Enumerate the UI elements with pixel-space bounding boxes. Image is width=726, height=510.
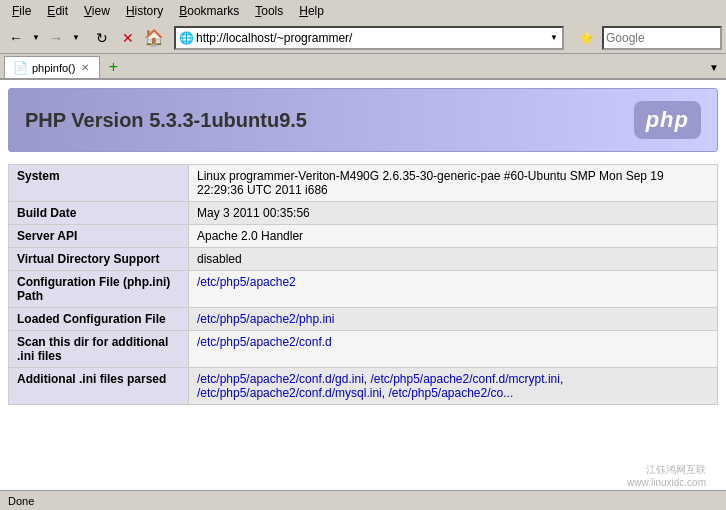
- php-logo: php: [634, 101, 701, 139]
- star-button[interactable]: ⭐: [572, 26, 600, 50]
- row-key: Server API: [9, 225, 189, 248]
- active-tab[interactable]: 📄 phpinfo() ✕: [4, 56, 100, 78]
- php-logo-text: php: [646, 107, 689, 133]
- menu-tools[interactable]: Tools: [247, 2, 291, 20]
- row-value: /etc/php5/apache2/conf.d: [189, 331, 718, 368]
- table-row: Additional .ini files parsed/etc/php5/ap…: [9, 368, 718, 405]
- menu-edit[interactable]: Edit: [39, 2, 76, 20]
- table-row: Scan this dir for additional .ini files/…: [9, 331, 718, 368]
- menubar: File Edit View History Bookmarks Tools H…: [0, 0, 726, 22]
- menu-help[interactable]: Help: [291, 2, 332, 20]
- menu-file[interactable]: File: [4, 2, 39, 20]
- row-key: Virtual Directory Support: [9, 248, 189, 271]
- row-key: Scan this dir for additional .ini files: [9, 331, 189, 368]
- tab-close-button[interactable]: ✕: [79, 62, 91, 73]
- row-value: May 3 2011 00:35:56: [189, 202, 718, 225]
- watermark: 江钰鸿网互联 www.linuxidc.com: [627, 463, 706, 488]
- php-version-text: PHP Version 5.3.3-1ubuntu9.5: [25, 109, 307, 132]
- address-icon: 🌐: [178, 30, 194, 46]
- forward-dropdown[interactable]: ▼: [70, 26, 82, 50]
- forward-button[interactable]: →: [44, 26, 68, 50]
- row-key: Build Date: [9, 202, 189, 225]
- address-dropdown[interactable]: ▼: [548, 33, 560, 42]
- table-row: SystemLinux programmer-Veriton-M490G 2.6…: [9, 165, 718, 202]
- watermark-line1: 江钰鸿网互联: [627, 463, 706, 477]
- table-row: Build DateMay 3 2011 00:35:56: [9, 202, 718, 225]
- phpinfo-table: SystemLinux programmer-Veriton-M490G 2.6…: [8, 164, 718, 405]
- google-search-box[interactable]: 🔍: [602, 26, 722, 50]
- table-row: Virtual Directory Supportdisabled: [9, 248, 718, 271]
- address-input[interactable]: [196, 31, 548, 45]
- menu-view[interactable]: View: [76, 2, 118, 20]
- address-bar[interactable]: 🌐 ▼: [174, 26, 564, 50]
- row-key: Configuration File (php.ini) Path: [9, 271, 189, 308]
- row-value: disabled: [189, 248, 718, 271]
- new-tab-button[interactable]: +: [102, 56, 124, 78]
- watermark-line2: www.linuxidc.com: [627, 477, 706, 488]
- row-value: Linux programmer-Veriton-M490G 2.6.35-30…: [189, 165, 718, 202]
- status-text: Done: [8, 495, 718, 507]
- menu-history[interactable]: History: [118, 2, 171, 20]
- statusbar: Done: [0, 490, 726, 510]
- back-dropdown[interactable]: ▼: [30, 26, 42, 50]
- tab-label: phpinfo(): [32, 62, 75, 74]
- row-value: /etc/php5/apache2/php.ini: [189, 308, 718, 331]
- google-input[interactable]: [606, 31, 726, 45]
- stop-button[interactable]: ✕: [116, 26, 140, 50]
- menu-bookmarks[interactable]: Bookmarks: [171, 2, 247, 20]
- php-header: PHP Version 5.3.3-1ubuntu9.5 php: [8, 88, 718, 152]
- reload-button[interactable]: ↻: [90, 26, 114, 50]
- back-button[interactable]: ←: [4, 26, 28, 50]
- table-row: Loaded Configuration File/etc/php5/apach…: [9, 308, 718, 331]
- phpinfo-wrapper: PHP Version 5.3.3-1ubuntu9.5 php SystemL…: [0, 80, 726, 413]
- row-value: Apache 2.0 Handler: [189, 225, 718, 248]
- table-row: Server APIApache 2.0 Handler: [9, 225, 718, 248]
- row-key: Loaded Configuration File: [9, 308, 189, 331]
- row-key: System: [9, 165, 189, 202]
- toolbar: ← ▼ → ▼ ↻ ✕ 🏠 🌐 ▼ ⭐ 🔍: [0, 22, 726, 54]
- row-key: Additional .ini files parsed: [9, 368, 189, 405]
- content-area[interactable]: PHP Version 5.3.3-1ubuntu9.5 php SystemL…: [0, 80, 726, 490]
- tab-icon: 📄: [13, 61, 28, 75]
- row-value: /etc/php5/apache2/conf.d/gd.ini, /etc/ph…: [189, 368, 718, 405]
- tabbar: 📄 phpinfo() ✕ + ▼: [0, 54, 726, 80]
- table-row: Configuration File (php.ini) Path/etc/ph…: [9, 271, 718, 308]
- row-value: /etc/php5/apache2: [189, 271, 718, 308]
- home-button[interactable]: 🏠: [142, 26, 166, 50]
- tab-scroll-right[interactable]: ▼: [706, 56, 722, 78]
